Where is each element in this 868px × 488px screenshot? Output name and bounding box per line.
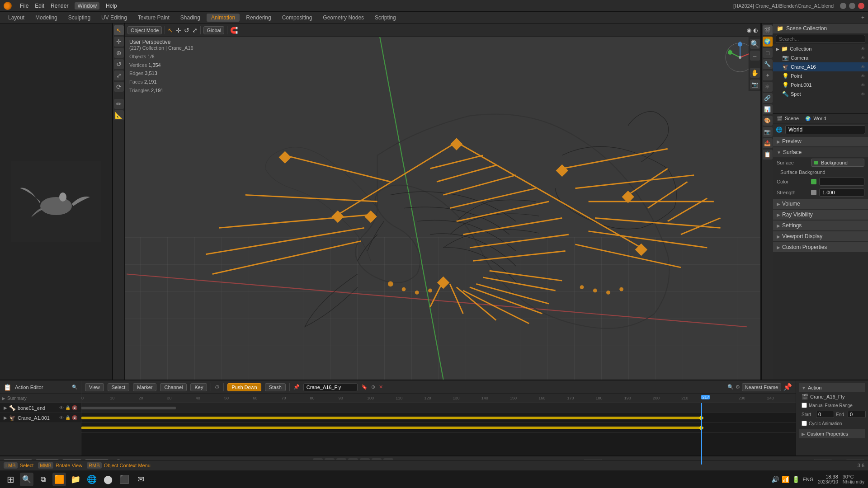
spot-eye[interactable]: 👁 bbox=[861, 92, 865, 97]
settings-header[interactable]: ▶ Settings bbox=[773, 221, 868, 230]
props-object[interactable]: ◻ bbox=[763, 48, 773, 58]
crane-eye[interactable]: 👁 bbox=[861, 65, 865, 70]
tool-cursor[interactable]: ✛ bbox=[114, 37, 124, 47]
global-dropdown[interactable]: Global bbox=[203, 26, 224, 34]
collection-search[interactable] bbox=[776, 35, 865, 43]
props-material[interactable]: 🎨 bbox=[763, 116, 773, 126]
menu-window[interactable]: Window bbox=[75, 2, 99, 9]
zoom-in[interactable]: 🔍 bbox=[750, 39, 760, 49]
action-name-display[interactable]: Crane_A16_Fly bbox=[810, 394, 844, 399]
collection-item-point001[interactable]: 💡 Point.001 👁 bbox=[773, 80, 868, 89]
tab-uv-editing[interactable]: UV Editing bbox=[97, 14, 132, 22]
color-picker[interactable] bbox=[819, 178, 864, 186]
view-menu[interactable]: View bbox=[85, 383, 104, 391]
key-menu[interactable]: Key bbox=[190, 383, 207, 391]
blender-taskbar[interactable]: 🟧 bbox=[52, 473, 66, 486]
action-search[interactable]: 🔍 bbox=[72, 385, 77, 389]
bone01-mute[interactable]: 🔇 bbox=[72, 405, 77, 410]
close-button[interactable] bbox=[858, 3, 864, 9]
nearest-frame-dropdown[interactable]: Nearest Frame bbox=[742, 383, 781, 391]
channel-menu[interactable]: Channel bbox=[160, 383, 187, 391]
marker-menu[interactable]: Marker bbox=[133, 383, 156, 391]
action-icon1[interactable]: 🔖 bbox=[361, 384, 368, 390]
end-field[interactable] bbox=[848, 411, 866, 418]
tab-compositing[interactable]: Compositing bbox=[278, 14, 317, 22]
select-status[interactable]: LMB Select bbox=[4, 463, 33, 468]
point-eye[interactable]: 👁 bbox=[861, 74, 865, 79]
manual-frame-checkbox[interactable] bbox=[802, 403, 807, 408]
pin-icon[interactable]: 📌 bbox=[293, 384, 300, 390]
filter-icon[interactable]: 🔍 bbox=[727, 384, 734, 390]
props-world[interactable]: 🌍 bbox=[763, 37, 773, 47]
props-view-layer[interactable]: 📋 bbox=[763, 150, 773, 160]
strength-value[interactable]: 1.000 bbox=[819, 188, 864, 197]
tab-shading[interactable]: Shading bbox=[176, 14, 205, 22]
camera-view[interactable]: 📷 bbox=[750, 80, 760, 89]
tool-annotate[interactable]: ✏ bbox=[114, 99, 124, 109]
timeline-pin[interactable]: 📌 bbox=[783, 383, 792, 391]
props-data[interactable]: 📊 bbox=[763, 104, 773, 114]
bone01-eye[interactable]: 👁 bbox=[59, 405, 64, 410]
menu-help[interactable]: Help bbox=[106, 3, 117, 9]
preview-header[interactable]: ▶ Preview bbox=[773, 136, 868, 146]
collection-item-point[interactable]: 💡 Point 👁 bbox=[773, 71, 868, 80]
collection-item-collection[interactable]: ▶ 📁 Collection 👁 bbox=[773, 44, 868, 53]
tray-icon-3[interactable]: 🔋 bbox=[792, 476, 800, 483]
language-indicator[interactable]: ENG bbox=[802, 477, 813, 482]
viewport-tool-scale[interactable]: ⤢ bbox=[192, 27, 198, 34]
viewport-display-header[interactable]: ▶ Viewport Display bbox=[773, 231, 868, 241]
sync-icon[interactable]: ⏱ bbox=[215, 385, 220, 390]
props-particles[interactable]: ✦ bbox=[763, 70, 773, 80]
select-menu[interactable]: Select bbox=[108, 383, 130, 391]
viewport-tool-move[interactable]: ✛ bbox=[176, 27, 181, 34]
snap-icon[interactable]: 🧲 bbox=[230, 27, 238, 34]
taskview-icon[interactable]: ⧉ bbox=[36, 473, 50, 486]
mail-icon[interactable]: ✉ bbox=[134, 473, 147, 486]
viewport-shading-icon[interactable]: ◐ bbox=[753, 27, 758, 33]
menu-edit[interactable]: Edit bbox=[35, 3, 44, 9]
viewport-main[interactable]: Object Mode ↖ ✛ ↺ ⤢ Global 🧲 ◉ ◐ ↖ ✛ bbox=[113, 23, 761, 380]
rotate-view-status[interactable]: MMB Rotate View bbox=[38, 463, 82, 468]
props-scene[interactable]: 🎬 bbox=[763, 25, 773, 35]
menu-render[interactable]: Render bbox=[51, 3, 68, 9]
collection-item-camera[interactable]: 📷 Camera 👁 bbox=[773, 53, 868, 62]
chrome-icon[interactable]: ⬤ bbox=[101, 473, 115, 486]
windows-icon[interactable]: ⊞ bbox=[4, 473, 17, 486]
tab-animation[interactable]: Animation bbox=[207, 14, 240, 22]
stash-button[interactable]: Stash bbox=[265, 383, 286, 391]
crane-eye[interactable]: 👁 bbox=[59, 415, 64, 420]
world-name-field[interactable] bbox=[785, 125, 865, 134]
search-taskbar-icon[interactable]: 🔍 bbox=[20, 473, 33, 486]
viewport-tool-select[interactable]: ↖ bbox=[168, 27, 173, 34]
crane-mute[interactable]: 🔇 bbox=[72, 415, 77, 420]
tab-texture-paint[interactable]: Texture Paint bbox=[133, 14, 174, 22]
edge-icon[interactable]: 🌐 bbox=[85, 473, 99, 486]
tool-rotate[interactable]: ↺ bbox=[114, 59, 124, 69]
tab-sculpting[interactable]: Sculpting bbox=[64, 14, 95, 22]
props-render[interactable]: 📷 bbox=[763, 127, 773, 137]
custom-props-action-header[interactable]: ▶ Custom Properties bbox=[799, 429, 865, 438]
tool-move[interactable]: ⊕ bbox=[114, 48, 124, 58]
action-name-field[interactable] bbox=[303, 383, 358, 391]
custom-props-world-header[interactable]: ▶ Custom Properties bbox=[773, 242, 868, 252]
camera-eye[interactable]: 👁 bbox=[861, 56, 865, 61]
props-physics[interactable]: ⚛ bbox=[763, 82, 773, 92]
tool-measure[interactable]: 📐 bbox=[114, 110, 124, 120]
zoom-out[interactable]: – bbox=[750, 51, 760, 61]
tray-icon-2[interactable]: 📶 bbox=[782, 476, 789, 483]
tab-layout[interactable]: Layout bbox=[4, 14, 29, 22]
tray-icon-1[interactable]: 🔊 bbox=[771, 476, 779, 483]
bone01-lock[interactable]: 🔒 bbox=[65, 405, 71, 410]
tool-transform[interactable]: ⟳ bbox=[114, 82, 124, 92]
terminal-icon[interactable]: ⬛ bbox=[118, 473, 131, 486]
crane-lock[interactable]: 🔒 bbox=[65, 415, 71, 420]
surface-header[interactable]: ▼ Surface bbox=[773, 147, 868, 157]
tool-select[interactable]: ↖ bbox=[114, 25, 124, 35]
point001-eye[interactable]: 👁 bbox=[861, 83, 865, 88]
tab-scripting[interactable]: Scripting bbox=[370, 14, 401, 22]
action-close[interactable]: ✕ bbox=[379, 384, 383, 390]
tab-geometry-nodes[interactable]: Geometry Nodes bbox=[318, 14, 368, 22]
context-menu-status[interactable]: RMB Object Context Menu bbox=[87, 463, 151, 468]
push-down-button[interactable]: Push Down bbox=[227, 383, 261, 391]
viewport-overlay-icon[interactable]: ◉ bbox=[747, 27, 751, 33]
